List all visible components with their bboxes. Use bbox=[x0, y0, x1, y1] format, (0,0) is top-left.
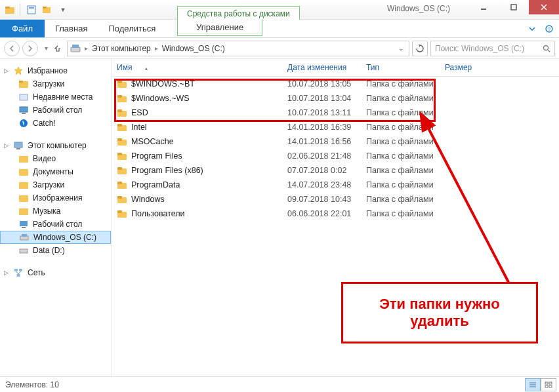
column-date[interactable]: Дата изменения bbox=[282, 59, 361, 76]
desktop-icon bbox=[18, 105, 29, 115]
file-type: Папка с файлами bbox=[361, 164, 440, 177]
sidebar-label: Catch! bbox=[33, 119, 56, 128]
sidebar-this-pc[interactable]: ▷ Этот компьютер bbox=[0, 139, 111, 152]
file-list-pane: Имя▴ Дата изменения Тип Размер $WINDOWS.… bbox=[112, 59, 559, 376]
file-name: $Windows.~WS bbox=[131, 94, 190, 103]
sidebar-item-downloads[interactable]: Загрузки bbox=[0, 77, 111, 90]
context-tab-disk-tools[interactable]: Средства работы с дисками bbox=[177, 6, 300, 20]
file-size bbox=[440, 154, 492, 158]
file-date: 14.01.2018 16:39 bbox=[282, 121, 361, 134]
folder-icon bbox=[117, 136, 127, 147]
tab-manage[interactable]: Управление bbox=[177, 19, 262, 36]
svg-rect-59 bbox=[117, 210, 122, 213]
file-row[interactable]: Пользователи06.06.2018 22:01Папка с файл… bbox=[112, 206, 559, 221]
file-size bbox=[440, 111, 492, 115]
sidebar-item-pictures[interactable]: Изображения bbox=[0, 191, 111, 205]
sidebar-item-desktop[interactable]: Рабочий стол bbox=[0, 104, 111, 117]
up-button[interactable] bbox=[54, 45, 64, 52]
caret-icon[interactable]: ▷ bbox=[3, 269, 9, 276]
chevron-right-icon[interactable]: ▸ bbox=[155, 45, 158, 52]
sidebar-label: Windows_OS (C:) bbox=[33, 233, 96, 242]
address-dropdown-icon[interactable]: ⌄ bbox=[396, 45, 406, 52]
qat-newfolder-icon[interactable] bbox=[40, 3, 54, 17]
refresh-button[interactable] bbox=[412, 41, 428, 56]
file-row[interactable]: Intel14.01.2018 16:39Папка с файлами bbox=[112, 120, 559, 134]
file-row[interactable]: ESD10.07.2018 13:11Папка с файлами bbox=[112, 106, 559, 120]
sidebar-item-downloads-pc[interactable]: Загрузки bbox=[0, 178, 111, 191]
sidebar-item-drive-d[interactable]: Data (D:) bbox=[0, 244, 111, 257]
caret-icon[interactable]: ▷ bbox=[3, 142, 9, 149]
sidebar-item-drive-c[interactable]: Windows_OS (C:) bbox=[0, 231, 111, 244]
maximize-button[interactable] bbox=[499, 0, 529, 14]
svg-rect-57 bbox=[117, 196, 122, 199]
folder-icon bbox=[18, 167, 29, 177]
svg-point-14 bbox=[544, 45, 549, 50]
breadcrumb-drive[interactable]: Windows_OS (C:) bbox=[162, 44, 225, 53]
breadcrumb-this-pc[interactable]: Этот компьютер bbox=[92, 44, 151, 53]
close-button[interactable] bbox=[529, 0, 559, 14]
file-row[interactable]: $WINDOWS.~BT10.07.2018 13:05Папка с файл… bbox=[112, 77, 559, 91]
tab-home[interactable]: Главная bbox=[45, 20, 98, 37]
view-details-button[interactable] bbox=[525, 378, 541, 391]
sidebar-item-desktop-pc[interactable]: Рабочий стол bbox=[0, 218, 111, 231]
address-bar[interactable]: ▸ Этот компьютер ▸ Windows_OS (C:) ⌄ bbox=[67, 41, 409, 56]
tab-share[interactable]: Поделиться bbox=[98, 20, 166, 37]
file-type: Папка с файлами bbox=[361, 207, 440, 220]
file-name: ESD bbox=[131, 108, 148, 117]
forward-button[interactable] bbox=[22, 41, 38, 56]
svg-rect-26 bbox=[19, 169, 28, 176]
svg-rect-51 bbox=[117, 153, 122, 155]
sidebar-item-videos[interactable]: Видео bbox=[0, 152, 111, 165]
svg-rect-19 bbox=[20, 94, 28, 100]
file-menu[interactable]: Файл bbox=[0, 20, 45, 37]
svg-rect-45 bbox=[117, 109, 122, 112]
computer-icon bbox=[13, 140, 24, 151]
file-row[interactable]: Program Files (x86)07.07.2018 0:02Папка … bbox=[112, 163, 559, 178]
sidebar-item-music[interactable]: Музыка bbox=[0, 205, 111, 218]
svg-line-39 bbox=[18, 271, 21, 274]
sidebar-item-documents[interactable]: Документы bbox=[0, 165, 111, 178]
recent-locations-dropdown[interactable]: ▾ bbox=[41, 45, 51, 52]
qat-properties-icon[interactable] bbox=[24, 3, 39, 17]
navigation-pane: ▷ Избранное Загрузки Недавние места Рабо… bbox=[0, 59, 112, 376]
quick-access-toolbar: ▼ bbox=[0, 0, 70, 19]
svg-rect-55 bbox=[117, 182, 122, 184]
column-size[interactable]: Размер bbox=[440, 59, 492, 76]
sidebar-item-recent[interactable]: Недавние места bbox=[0, 90, 111, 104]
sidebar-favorites[interactable]: ▷ Избранное bbox=[0, 64, 111, 77]
callout-text-2: удалить bbox=[359, 313, 520, 330]
qat-dropdown-icon[interactable]: ▼ bbox=[56, 3, 70, 17]
chevron-right-icon[interactable]: ▸ bbox=[85, 45, 88, 52]
sidebar-item-catch[interactable]: Catch! bbox=[0, 117, 111, 130]
view-icons-button[interactable] bbox=[541, 378, 556, 391]
file-row[interactable]: Windows09.07.2018 10:43Папка с файлами bbox=[112, 192, 559, 206]
file-date: 14.07.2018 23:48 bbox=[282, 178, 361, 191]
file-size bbox=[440, 197, 492, 201]
file-row[interactable]: ProgramData14.07.2018 23:48Папка с файла… bbox=[112, 178, 559, 192]
file-name: Пользователи bbox=[131, 209, 185, 218]
svg-marker-16 bbox=[14, 67, 22, 75]
file-row[interactable]: Program Files02.06.2018 21:48Папка с фай… bbox=[112, 149, 559, 163]
file-row[interactable]: $Windows.~WS10.07.2018 13:04Папка с файл… bbox=[112, 91, 559, 106]
sidebar-label: Избранное bbox=[28, 66, 68, 75]
caret-icon[interactable]: ▷ bbox=[3, 68, 9, 74]
svg-rect-33 bbox=[22, 234, 27, 237]
sidebar-network[interactable]: ▷ Сеть bbox=[0, 266, 111, 279]
search-input[interactable]: Поиск: Windows_OS (C:) bbox=[430, 41, 555, 56]
column-name[interactable]: Имя▴ bbox=[112, 59, 282, 76]
window-title: Windows_OS (C:) bbox=[387, 4, 450, 13]
minimize-button[interactable] bbox=[468, 0, 499, 14]
sidebar-label: Загрузки bbox=[33, 180, 64, 189]
folder-app-icon bbox=[4, 4, 16, 16]
file-type: Папка с файлами bbox=[361, 92, 440, 105]
svg-rect-1 bbox=[5, 7, 10, 9]
column-type[interactable]: Тип bbox=[361, 59, 440, 76]
folder-icon bbox=[117, 122, 127, 132]
svg-rect-30 bbox=[20, 221, 28, 226]
help-icon[interactable]: ? bbox=[543, 23, 555, 35]
svg-rect-35 bbox=[14, 269, 18, 271]
file-row[interactable]: MSOCache14.01.2018 16:56Папка с файлами bbox=[112, 134, 559, 149]
expand-ribbon-icon[interactable] bbox=[526, 23, 538, 35]
file-date: 02.06.2018 21:48 bbox=[282, 149, 361, 163]
back-button[interactable] bbox=[4, 41, 20, 56]
